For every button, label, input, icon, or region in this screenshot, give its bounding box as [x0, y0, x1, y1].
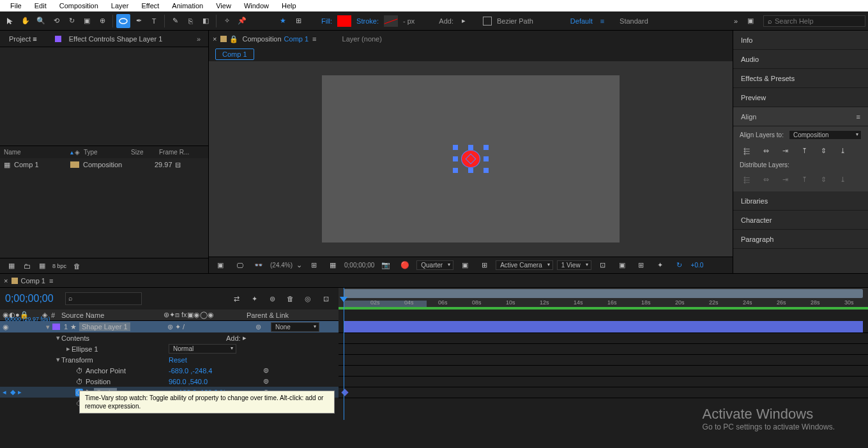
interpret-icon[interactable]: ▦: [4, 259, 19, 273]
stroke-color-swatch[interactable]: [384, 15, 398, 27]
prop-position[interactable]: ⏱ Position 960.0 ,540.0 ⊚: [0, 376, 339, 387]
col-number[interactable]: #: [51, 311, 61, 319]
menu-animation[interactable]: Animation: [165, 2, 209, 10]
display-icon[interactable]: 🖵: [232, 258, 247, 273]
twirl-icon[interactable]: ▸: [65, 345, 72, 353]
col-name[interactable]: Name: [4, 149, 70, 156]
lock-icon[interactable]: 🔒: [229, 35, 238, 43]
workspace-default[interactable]: Default: [570, 17, 593, 25]
handle-b[interactable]: [468, 168, 473, 173]
handle-tl[interactable]: [453, 145, 458, 150]
menu-effect[interactable]: Effect: [135, 2, 165, 10]
tab-effect-controls[interactable]: Effect Controls Shape Layer 1: [64, 35, 163, 43]
panel-menu-icon[interactable]: ≡: [857, 113, 860, 121]
twirl-icon[interactable]: ▾: [55, 355, 61, 364]
add-arrow-icon[interactable]: ▸: [243, 334, 247, 342]
menu-composition[interactable]: Composition: [53, 2, 105, 10]
pickwhip-icon[interactable]: ⊚: [263, 377, 269, 385]
transparency-icon[interactable]: ▦: [326, 258, 340, 273]
refresh-icon[interactable]: ↻: [673, 258, 687, 273]
tl-icon4[interactable]: 🗑: [283, 292, 297, 306]
zoom-dropdown-icon[interactable]: ⌄: [296, 261, 302, 269]
shape-selection[interactable]: [455, 147, 486, 170]
snap-icon[interactable]: ⊞: [291, 14, 305, 28]
label-color-chip[interactable]: [70, 161, 79, 168]
parent-dropdown[interactable]: None: [271, 322, 319, 332]
zoom-value[interactable]: (24.4%): [270, 262, 293, 269]
grid-icon[interactable]: ⊞: [477, 258, 491, 273]
keyframe-icon[interactable]: [341, 389, 348, 396]
align-right-icon[interactable]: ⇥: [778, 144, 792, 158]
panel-menu-icon[interactable]: ≡: [312, 35, 316, 43]
align-vcenter-icon[interactable]: ⇕: [816, 144, 830, 158]
pen-tool-icon[interactable]: ✒: [132, 14, 146, 28]
next-kf-icon[interactable]: ▸: [18, 388, 22, 396]
stroke-label[interactable]: Stroke:: [356, 17, 379, 25]
eraser-tool-icon[interactable]: ◧: [199, 14, 213, 28]
handle-r[interactable]: [483, 156, 489, 161]
layer-none[interactable]: Layer (none): [342, 35, 382, 43]
align-target-dropdown[interactable]: Composition: [789, 130, 862, 140]
switches-cols[interactable]: ⊛✦⧈ fx▣◉◯◉: [164, 311, 247, 319]
text-tool-icon[interactable]: T: [147, 14, 161, 28]
col-size[interactable]: Size: [131, 149, 159, 156]
view-icon3[interactable]: ⊞: [634, 258, 648, 273]
view-icon1[interactable]: ⊡: [596, 258, 610, 273]
tl-icon1[interactable]: ⇄: [229, 292, 243, 306]
menu-view[interactable]: View: [209, 2, 238, 10]
menu-icon[interactable]: ≡: [600, 17, 604, 25]
tl-icon6[interactable]: ⊡: [319, 292, 333, 306]
fill-color-swatch[interactable]: [337, 15, 351, 27]
view-icon4[interactable]: ✦: [653, 258, 667, 273]
camera-dropdown[interactable]: Active Camera: [496, 260, 553, 270]
panel-audio[interactable]: Audio: [733, 50, 868, 69]
bezier-label[interactable]: Bezier Path: [497, 17, 533, 25]
prop-ellipse[interactable]: ▸ Ellipse 1 Normal: [0, 343, 339, 354]
subtab-comp1[interactable]: Comp 1: [215, 49, 254, 60]
hand-tool-icon[interactable]: ✋: [19, 14, 33, 28]
align-top-icon[interactable]: ⤒: [797, 144, 811, 158]
magnify-icon[interactable]: ▣: [213, 258, 227, 273]
stopwatch-icon[interactable]: ⏱: [75, 367, 83, 375]
viewport-time[interactable]: 0;00;00;00: [344, 262, 374, 269]
clone-tool-icon[interactable]: ⎘: [183, 14, 197, 28]
menu-edit[interactable]: Edit: [28, 2, 53, 10]
add-arrow-icon[interactable]: ▸: [457, 14, 471, 28]
workspace-standard[interactable]: Standard: [620, 17, 648, 25]
prop-anchor[interactable]: ⏱ Anchor Point -689.0 ,-248.4 ⊚: [0, 365, 339, 376]
search-help-input[interactable]: [775, 17, 858, 25]
viewport[interactable]: [209, 61, 733, 257]
zoom-tool-icon[interactable]: 🔍: [34, 14, 48, 28]
composition-canvas[interactable]: [322, 75, 620, 243]
camera-tool-icon[interactable]: ▣: [80, 14, 94, 28]
tl-icon3[interactable]: ⊚: [265, 292, 279, 306]
new-comp-icon[interactable]: ▦: [35, 259, 49, 273]
handle-tr[interactable]: [483, 145, 489, 150]
panel-info[interactable]: Info: [733, 31, 868, 50]
close-icon[interactable]: ×: [4, 277, 8, 285]
shape-tool-icon[interactable]: [116, 14, 130, 28]
selection-tool-icon[interactable]: [3, 14, 17, 28]
eye-icon[interactable]: ◉: [3, 323, 8, 331]
col-framerate[interactable]: Frame R...: [159, 149, 189, 156]
exposure-value[interactable]: +0.0: [691, 262, 704, 269]
align-hcenter-icon[interactable]: ⇔: [759, 144, 773, 158]
orbit-tool-icon[interactable]: ⟲: [49, 14, 63, 28]
handle-bl[interactable]: [453, 168, 458, 173]
stroke-width[interactable]: - px: [403, 17, 415, 25]
twirl-icon[interactable]: ▾: [45, 323, 51, 331]
prev-kf-icon[interactable]: ◂: [3, 388, 6, 396]
add-kf-icon[interactable]: ◆: [10, 388, 15, 396]
layer-color-chip[interactable]: [52, 324, 60, 330]
close-icon[interactable]: ×: [213, 35, 217, 43]
menu-file[interactable]: File: [4, 2, 28, 10]
brush-tool-icon[interactable]: ✎: [168, 14, 182, 28]
overflow-icon[interactable]: »: [193, 35, 204, 43]
folder-icon[interactable]: 🗀: [20, 259, 34, 273]
switches[interactable]: ⊛ ✦ /: [167, 323, 185, 331]
dropdown-icon[interactable]: ⊟: [175, 161, 181, 169]
roto-tool-icon[interactable]: ✧: [220, 14, 234, 28]
col-parent[interactable]: Parent & Link: [247, 311, 289, 319]
playhead-line[interactable]: [344, 288, 344, 420]
resolution-icon[interactable]: ⊞: [307, 258, 321, 273]
